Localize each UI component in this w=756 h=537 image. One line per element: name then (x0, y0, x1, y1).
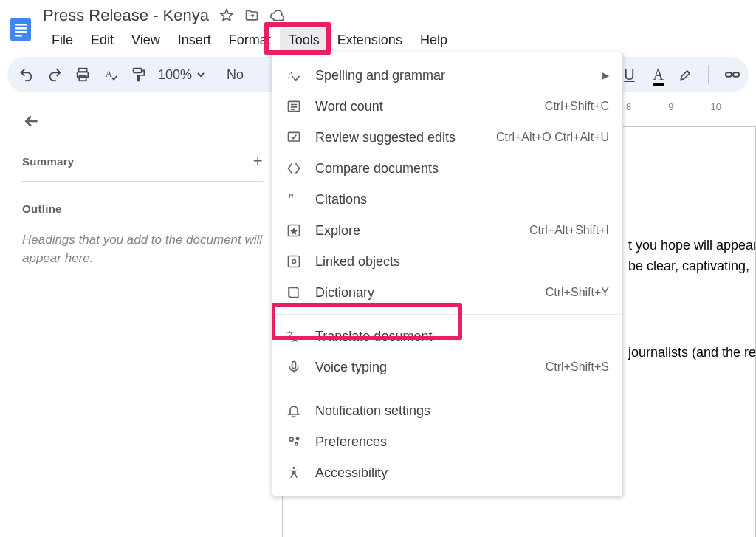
menu-item-label: Notification settings (315, 403, 430, 419)
svg-rect-9 (134, 69, 142, 73)
menu-separator (272, 389, 622, 389)
menu-shortcut: Ctrl+Shift+Y (546, 286, 609, 299)
menu-shortcut: Ctrl+Alt+O Ctrl+Alt+U (496, 131, 609, 144)
dict-icon (286, 284, 302, 301)
svg-point-18 (292, 260, 296, 264)
menu-edit[interactable]: Edit (82, 28, 123, 52)
menu-shortcut: Ctrl+Shift+C (545, 100, 609, 113)
svg-point-22 (289, 437, 293, 441)
svg-text:”: ” (288, 192, 294, 206)
menu-item-label: Compare documents (315, 161, 439, 177)
menu-view[interactable]: View (123, 28, 169, 52)
menu-item-label: Accessibility (315, 465, 388, 481)
paint-format-button[interactable] (130, 66, 148, 83)
cloud-status-icon[interactable] (269, 8, 284, 23)
svg-point-25 (292, 467, 295, 469)
svg-rect-4 (15, 35, 22, 37)
menu-shortcut: Ctrl+Shift+S (546, 360, 609, 374)
svg-rect-21 (292, 362, 296, 369)
docs-logo-icon[interactable] (7, 12, 34, 47)
menu-tools[interactable]: Tools (280, 28, 329, 52)
zoom-select[interactable]: 100% (158, 67, 205, 83)
print-button[interactable] (74, 66, 92, 83)
separator (216, 65, 216, 84)
ruler-tick: 10 (710, 101, 721, 112)
tools-menu-a11y[interactable]: Accessibility (272, 457, 622, 488)
svg-rect-2 (15, 27, 27, 30)
document-title[interactable]: Press Release - Kenya (43, 6, 209, 25)
menu-separator (272, 314, 622, 315)
tools-menu-dropdown: ASpelling and grammar▶Word countCtrl+Shi… (272, 52, 623, 496)
insert-link-button[interactable] (724, 66, 741, 83)
tools-menu-translate[interactable]: 文ATranslate document (272, 321, 622, 352)
cite-icon: ” (286, 191, 302, 208)
svg-rect-11 (733, 72, 739, 77)
svg-rect-3 (15, 31, 27, 33)
menu-item-label: Citations (315, 192, 367, 208)
menu-help[interactable]: Help (411, 28, 456, 52)
explore-icon (286, 222, 302, 239)
highlight-color-button[interactable] (678, 67, 693, 82)
svg-point-24 (296, 437, 298, 439)
undo-button[interactable] (18, 66, 35, 83)
redo-button[interactable] (46, 66, 63, 83)
separator (708, 65, 709, 84)
move-to-folder-icon[interactable] (244, 8, 259, 23)
document-text[interactable]: journalists (and the re (628, 345, 756, 360)
menubar: File Edit View Insert Format Tools Exten… (43, 28, 456, 52)
svg-rect-17 (289, 256, 300, 267)
tools-menu-prefs[interactable]: Preferences (272, 426, 622, 457)
outline-label: Outline (22, 202, 263, 215)
menu-item-label: Translate document (315, 329, 432, 344)
titlebar: Press Release - Kenya File Edit View Ins… (0, 0, 756, 52)
tools-menu-bell[interactable]: Notification settings (272, 395, 622, 426)
ruler-tick: 8 (626, 101, 631, 112)
tools-menu-voice[interactable]: Voice typingCtrl+Shift+S (272, 352, 622, 383)
linked-icon (286, 253, 302, 270)
menu-file[interactable]: File (43, 28, 82, 52)
menu-item-label: Linked objects (315, 254, 400, 270)
tools-menu-cite[interactable]: ”Citations (272, 184, 622, 215)
menu-shortcut: Ctrl+Alt+Shift+I (529, 224, 609, 237)
svg-text:A: A (106, 68, 113, 79)
outline-sidebar: Summary + Outline Headings that you add … (0, 97, 281, 537)
star-icon[interactable] (219, 8, 234, 23)
add-summary-button[interactable]: + (253, 151, 263, 171)
menu-item-label: Word count (315, 99, 383, 114)
tools-menu-review[interactable]: Review suggested editsCtrl+Alt+O Ctrl+Al… (272, 122, 622, 153)
menu-item-label: Voice typing (315, 360, 387, 375)
text-color-button[interactable]: A (653, 66, 664, 83)
tools-menu-linked[interactable]: Linked objects (272, 246, 622, 277)
menu-item-label: Preferences (315, 434, 387, 450)
menu-extensions[interactable]: Extensions (329, 28, 411, 52)
menu-item-label: Dictionary (315, 285, 374, 301)
svg-rect-0 (10, 18, 31, 41)
document-text[interactable]: be clear, captivating, (628, 259, 749, 274)
tools-menu-dict[interactable]: DictionaryCtrl+Shift+Y (272, 277, 622, 308)
summary-label: Summary (22, 155, 74, 168)
svg-rect-14 (289, 132, 300, 141)
menu-insert[interactable]: Insert (169, 28, 220, 52)
style-select[interactable]: No (227, 67, 244, 83)
menu-format[interactable]: Format (220, 28, 280, 52)
underline-button[interactable]: U (621, 66, 639, 83)
translate-icon: 文A (286, 328, 302, 344)
svg-text:A: A (288, 70, 295, 80)
submenu-arrow-icon: ▶ (602, 70, 609, 81)
tools-menu-spell[interactable]: ASpelling and grammar▶ (272, 60, 622, 91)
compare-icon (286, 160, 302, 177)
separator (22, 181, 263, 182)
svg-text:A: A (292, 335, 298, 343)
menu-item-label: Review suggested edits (315, 130, 456, 146)
tools-menu-count[interactable]: Word countCtrl+Shift+C (272, 91, 622, 122)
document-text[interactable]: t you hope will appear (628, 238, 756, 253)
outline-empty-hint: Headings that you add to the document wi… (22, 231, 263, 267)
review-icon (286, 129, 302, 146)
spellcheck-button[interactable]: A (102, 66, 120, 83)
tools-menu-compare[interactable]: Compare documents (272, 153, 622, 184)
prefs-icon (286, 434, 302, 450)
svg-point-23 (295, 443, 298, 445)
tools-menu-explore[interactable]: ExploreCtrl+Alt+Shift+I (272, 215, 622, 246)
collapse-outline-button[interactable] (22, 112, 263, 131)
a11y-icon (286, 465, 302, 481)
